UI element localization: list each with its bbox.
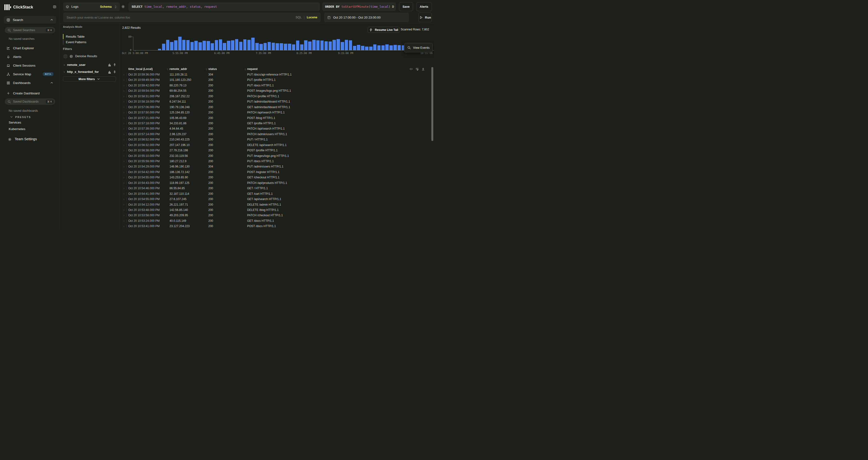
row-expand-icon[interactable]	[123, 127, 125, 130]
row-expand-icon[interactable]	[123, 78, 125, 82]
histogram-bar[interactable]	[251, 38, 255, 50]
row-expand-icon[interactable]	[123, 116, 125, 120]
histogram-bar[interactable]	[158, 49, 161, 50]
denoise-checkbox[interactable]	[64, 55, 67, 58]
histogram-bar[interactable]	[312, 40, 316, 50]
row-expand-icon[interactable]	[123, 84, 125, 87]
histogram-bar[interactable]	[203, 41, 206, 50]
sql-toggle[interactable]: SQL	[296, 16, 302, 19]
histogram-bar[interactable]	[178, 37, 182, 50]
histogram-bar[interactable]	[255, 43, 259, 50]
row-expand-icon[interactable]	[123, 181, 125, 184]
row-expand-icon[interactable]	[123, 89, 125, 92]
row-expand-icon[interactable]	[123, 197, 125, 201]
column-header-time-local[interactable]: time_local (Local)	[128, 67, 153, 71]
more-filters-button[interactable]: More filters	[63, 76, 116, 82]
row-expand-icon[interactable]	[123, 73, 125, 76]
histogram-bar[interactable]	[235, 39, 239, 50]
presets-section[interactable]: PRESETS	[10, 115, 31, 119]
histogram-bar[interactable]	[239, 42, 243, 50]
row-expand-icon[interactable]	[123, 213, 125, 217]
histogram-bar[interactable]	[276, 43, 279, 50]
histogram-bar[interactable]	[329, 41, 332, 50]
row-expand-icon[interactable]	[123, 186, 125, 190]
histogram-bar[interactable]	[353, 46, 356, 50]
row-expand-icon[interactable]	[123, 160, 125, 163]
table-row[interactable]: Oct 20 10:59:42.000 PM88.220.79.13200PUT…	[122, 83, 433, 88]
row-expand-icon[interactable]	[123, 100, 125, 103]
table-row[interactable]: Oct 20 10:59:49.000 PM101.180.123.250200…	[122, 78, 433, 83]
search-input[interactable]	[66, 16, 293, 19]
histogram-bar[interactable]	[316, 40, 320, 50]
column-header-request[interactable]: request	[247, 67, 257, 71]
row-expand-icon[interactable]	[123, 203, 125, 206]
histogram-bar[interactable]	[357, 45, 360, 50]
chart-icon[interactable]	[108, 70, 112, 74]
table-row[interactable]: Oct 20 10:54:55.000 PM143.253.65.90200GE…	[122, 175, 433, 180]
table-row[interactable]: Oct 20 10:53:24.000 PM40.0.115.149200GET…	[122, 219, 433, 224]
row-expand-icon[interactable]	[123, 111, 125, 114]
saved-dashboards-input[interactable]: Saved Dashboards ⌘ K	[5, 98, 55, 105]
filter-field-remote_user[interactable]: remote_user	[63, 62, 117, 67]
row-expand-icon[interactable]	[123, 133, 125, 136]
table-row[interactable]: Oct 20 10:57:39.000 PM4.94.64.45200PATCH…	[122, 126, 433, 132]
histogram-bar[interactable]	[390, 46, 393, 50]
histogram-bar[interactable]	[223, 43, 226, 50]
sidebar-item-alerts[interactable]: Alerts	[4, 53, 56, 60]
save-button[interactable]: Save	[399, 2, 413, 11]
source-settings-gear-icon[interactable]	[121, 5, 125, 8]
pin-icon[interactable]	[113, 63, 117, 67]
row-expand-icon[interactable]	[123, 165, 125, 168]
histogram-bar[interactable]	[308, 41, 311, 50]
histogram-bar[interactable]	[268, 42, 271, 50]
histogram-bar[interactable]	[280, 43, 283, 50]
source-selector[interactable]: Logs Schema	[63, 2, 120, 11]
row-expand-icon[interactable]	[123, 143, 125, 147]
histogram-bar[interactable]	[186, 40, 190, 50]
filter-field-http_x_forwarded_for[interactable]: http_x_forwarded_for	[63, 69, 117, 75]
table-row[interactable]: Oct 20 10:53:58.000 PM49.203.209.95200PA…	[122, 213, 433, 218]
table-row[interactable]: Oct 20 10:54:29.000 PM146.96.190.130304P…	[122, 164, 433, 169]
table-row[interactable]: Oct 20 10:57:14.000 PM2.96.129.237200PAT…	[122, 132, 433, 137]
drag-handle-icon[interactable]	[244, 67, 247, 71]
histogram-bar[interactable]	[300, 45, 304, 51]
histogram-bar[interactable]	[166, 40, 169, 50]
histogram-bar[interactable]	[227, 41, 230, 50]
table-row[interactable]: Oct 20 10:56:38.000 PM27.79.216.198200PO…	[122, 148, 433, 153]
table-row[interactable]: Oct 20 10:56:32.000 PM207.147.196.10200D…	[122, 143, 433, 148]
histogram-bar[interactable]	[398, 45, 401, 50]
histogram-bar[interactable]	[292, 45, 296, 51]
sidebar-item-service-map[interactable]: Service MapBETA	[4, 70, 56, 78]
table-row[interactable]: Oct 20 10:57:06.000 PM190.79.136.248200G…	[122, 105, 433, 110]
row-expand-icon[interactable]	[123, 138, 125, 141]
select-query-input[interactable]: SELECT time_local, remote_addr, status, …	[128, 2, 320, 11]
row-expand-icon[interactable]	[123, 225, 125, 228]
histogram-bar[interactable]	[259, 44, 263, 50]
histogram-bar[interactable]	[345, 40, 348, 50]
histogram-bar[interactable]	[231, 40, 235, 50]
histogram-bar[interactable]	[272, 43, 275, 51]
histogram-bar[interactable]	[369, 47, 373, 50]
histogram-bar[interactable]	[377, 46, 381, 50]
histogram-bar[interactable]	[194, 41, 198, 50]
row-expand-icon[interactable]	[123, 95, 125, 98]
row-expand-icon[interactable]	[123, 208, 125, 212]
histogram-bar[interactable]	[333, 40, 336, 50]
table-row[interactable]: Oct 20 10:55:10.000 PM232.33.119.56200PU…	[122, 153, 433, 159]
mode-results-table[interactable]: Results Table	[63, 34, 116, 39]
sidebar-item-team-settings[interactable]: Team Settings	[8, 137, 37, 141]
row-expand-icon[interactable]	[123, 176, 125, 179]
row-expand-icon[interactable]	[123, 219, 125, 223]
histogram-bar[interactable]	[324, 41, 328, 50]
table-row[interactable]: Oct 20 10:56:52.000 PM210.240.43.225200P…	[122, 137, 433, 142]
view-events-tooltip[interactable]: View Events	[404, 43, 433, 52]
row-expand-icon[interactable]	[123, 192, 125, 196]
histogram-bar[interactable]	[247, 40, 251, 50]
language-toggle[interactable]: SQL | Lucene	[296, 16, 317, 19]
table-row[interactable]: Oct 20 10:54:42.000 PM186.136.72.142200P…	[122, 170, 433, 175]
preset-item-services[interactable]: Services	[9, 121, 21, 124]
histogram-bar[interactable]	[349, 40, 352, 50]
histogram-bar[interactable]	[190, 42, 194, 50]
create-dashboard-button[interactable]: Create Dashboard	[4, 90, 56, 97]
run-button[interactable]: Run	[418, 12, 432, 22]
